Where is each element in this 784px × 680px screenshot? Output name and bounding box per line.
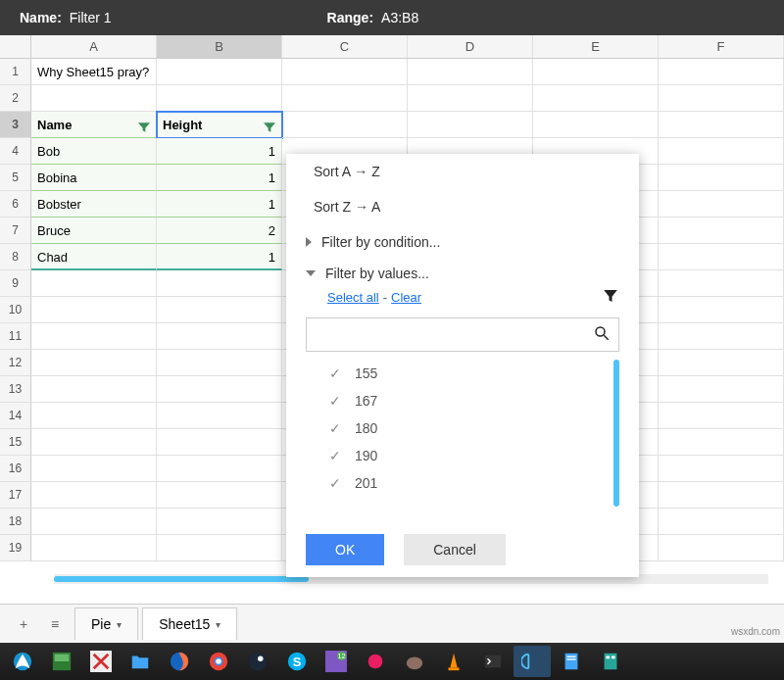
select-all-corner[interactable] <box>0 35 31 58</box>
chrome-icon[interactable] <box>200 646 237 677</box>
name-label: Name: <box>20 10 62 25</box>
row-1[interactable]: 1 <box>0 59 31 85</box>
gimp-icon[interactable] <box>396 646 433 677</box>
skype-icon[interactable]: S <box>278 646 316 677</box>
svg-rect-21 <box>565 654 578 670</box>
range-value[interactable]: A3:B8 <box>381 10 418 25</box>
col-A[interactable]: A <box>31 35 157 58</box>
row-5[interactable]: 5 <box>0 165 31 191</box>
xorg-icon[interactable] <box>82 646 120 677</box>
sort-az[interactable]: Sort A → Z <box>286 154 639 189</box>
svg-point-17 <box>368 655 383 669</box>
filter-popup: Sort A → Z Sort Z → A Filter by conditio… <box>286 154 639 577</box>
filter-value[interactable]: ✓201 <box>306 469 619 497</box>
watermark: wsxdn.com <box>731 626 780 637</box>
svg-rect-26 <box>612 656 615 659</box>
svg-rect-19 <box>449 667 460 670</box>
select-all-link[interactable]: Select all <box>327 290 379 305</box>
document-icon[interactable] <box>553 646 590 677</box>
svg-point-0 <box>596 327 605 336</box>
cell-A8[interactable]: Chad <box>31 244 157 270</box>
filter-icon[interactable] <box>136 118 152 133</box>
filter-value[interactable]: ✓190 <box>306 442 619 469</box>
filter-value[interactable]: ✓180 <box>306 414 619 442</box>
col-B[interactable]: B <box>157 35 282 58</box>
col-D[interactable]: D <box>408 35 533 58</box>
svg-point-11 <box>258 656 264 662</box>
cell-A3[interactable]: Name <box>31 112 157 138</box>
folder-icon[interactable] <box>122 646 159 677</box>
app-icon[interactable]: 12 <box>318 646 355 677</box>
filter-value[interactable]: ✓167 <box>306 387 619 414</box>
files-icon[interactable] <box>43 646 80 677</box>
search-icon <box>593 324 611 345</box>
svg-text:S: S <box>293 655 302 669</box>
row-7[interactable]: 7 <box>0 218 31 244</box>
filter-search-input[interactable] <box>315 327 593 343</box>
app-menu-icon[interactable] <box>4 646 41 677</box>
range-label: Range: <box>327 10 373 25</box>
cell-A4[interactable]: Bob <box>31 138 157 165</box>
col-E[interactable]: E <box>533 35 659 58</box>
taskbar: S 12 <box>0 643 784 680</box>
add-sheet-button[interactable]: + <box>8 608 39 640</box>
check-icon: ✓ <box>329 448 341 463</box>
clear-link[interactable]: Clear <box>391 290 421 305</box>
row-2[interactable]: 2 <box>0 85 31 112</box>
record-icon[interactable] <box>357 646 394 677</box>
cell-A7[interactable]: Bruce <box>31 218 157 244</box>
cell-B3[interactable]: Height <box>157 112 282 138</box>
svg-rect-20 <box>485 656 502 668</box>
cancel-button[interactable]: Cancel <box>404 534 506 565</box>
filter-by-values[interactable]: Filter by values... <box>286 256 639 287</box>
svg-rect-4 <box>55 655 70 661</box>
filter-name-bar: Name: Filter 1 Range: A3:B8 <box>0 0 784 35</box>
sort-za[interactable]: Sort Z → A <box>286 189 639 224</box>
svg-rect-23 <box>566 658 575 659</box>
col-C[interactable]: C <box>282 35 408 58</box>
col-F[interactable]: F <box>659 35 784 58</box>
cell-B4[interactable]: 1 <box>157 138 282 165</box>
row-4[interactable]: 4 <box>0 138 31 165</box>
row-6[interactable]: 6 <box>0 191 31 218</box>
filter-icon[interactable] <box>262 118 277 133</box>
spreadsheet-icon[interactable] <box>592 646 629 677</box>
cell-A6[interactable]: Bobster <box>31 191 157 218</box>
vlc-icon[interactable] <box>435 646 472 677</box>
values-scrollbar[interactable] <box>613 360 619 507</box>
funnel-icon[interactable] <box>602 287 619 308</box>
sheet-tabs-bar: + ≡ Pie▾ Sheet15▾ <box>0 604 784 643</box>
name-value[interactable]: Filter 1 <box>70 10 112 25</box>
check-icon: ✓ <box>329 475 341 491</box>
cell-B5[interactable]: 1 <box>157 165 282 191</box>
row-8[interactable]: 8 <box>0 244 31 270</box>
cell-A5[interactable]: Bobina <box>31 165 157 191</box>
firefox-icon[interactable] <box>161 646 198 677</box>
cell-B7[interactable]: 2 <box>157 218 282 244</box>
tab-pie[interactable]: Pie▾ <box>74 607 138 640</box>
cell-B8[interactable]: 1 <box>157 244 282 270</box>
chevron-down-icon: ▾ <box>117 619 122 630</box>
filter-search-box[interactable] <box>306 317 619 352</box>
svg-text:12: 12 <box>337 652 345 660</box>
chevron-down-icon <box>306 270 316 276</box>
row-3[interactable]: 3 <box>0 112 31 138</box>
filter-values-list: ✓155 ✓167 ✓180 ✓190 ✓201 <box>306 360 619 516</box>
chevron-right-icon <box>306 237 312 247</box>
svg-point-9 <box>216 658 221 664</box>
audio-icon[interactable] <box>514 646 551 677</box>
all-sheets-button[interactable]: ≡ <box>39 608 71 640</box>
cell-A1[interactable]: Why Sheet15 pray? <box>31 59 157 85</box>
steam-icon[interactable] <box>239 646 276 677</box>
filter-value[interactable]: ✓155 <box>306 360 619 387</box>
svg-rect-22 <box>566 656 575 657</box>
filter-by-condition[interactable]: Filter by condition... <box>286 224 639 256</box>
cell-B6[interactable]: 1 <box>157 191 282 218</box>
chevron-down-icon: ▾ <box>216 619 220 630</box>
terminal-icon[interactable] <box>474 646 512 677</box>
ok-button[interactable]: OK <box>306 534 384 565</box>
tab-sheet15[interactable]: Sheet15▾ <box>142 607 237 640</box>
check-icon: ✓ <box>329 365 341 381</box>
svg-rect-25 <box>606 656 610 659</box>
check-icon: ✓ <box>329 393 341 409</box>
